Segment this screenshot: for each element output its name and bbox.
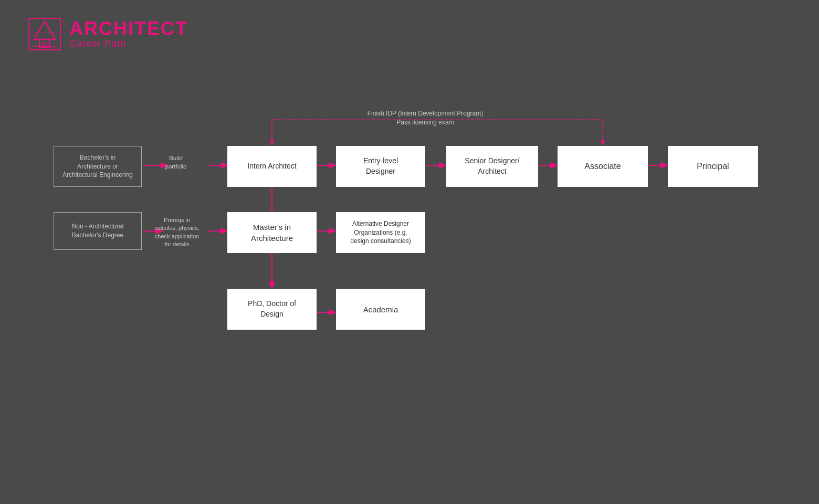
header-text: ARCHITECT Career Path — [69, 19, 188, 49]
svg-rect-0 — [29, 18, 60, 50]
logo-icon — [26, 16, 63, 52]
svg-marker-1 — [34, 21, 55, 39]
academia-box: Academia — [336, 289, 425, 330]
diagram-svg — [21, 84, 798, 472]
masters-box: Master's inArchitecture — [227, 212, 317, 253]
alt-designer-box: Alternative DesignerOrganizations (e.g.d… — [336, 212, 425, 253]
idp-label: Finish IDP (Intern Development Program) … — [336, 109, 514, 127]
header-subtitle: Career Path — [69, 38, 188, 49]
svg-rect-3 — [43, 43, 47, 47]
non-arch-box: Non - ArchitecturalBachelor's Degree — [54, 212, 142, 250]
bachelor-box: Bachelor's inArchitecture orArchitectura… — [54, 146, 142, 187]
header: ARCHITECT Career Path — [26, 16, 188, 52]
intern-architect-box: Intern Architect — [227, 146, 317, 187]
entry-level-box: Entry-levelDesigner — [336, 146, 425, 187]
principal-box: Principal — [668, 146, 758, 187]
prereqs-label: Prereqs incalculus, physics,check applic… — [146, 216, 208, 249]
senior-designer-box: Senior Designer/Architect — [446, 146, 538, 187]
build-portfolio-label: Buildportfolio — [147, 154, 205, 171]
associate-box: Associate — [558, 146, 648, 187]
diagram: Bachelor's inArchitecture orArchitectura… — [21, 84, 798, 472]
header-title: ARCHITECT — [69, 19, 188, 38]
phd-box: PhD, Doctor ofDesign — [227, 289, 317, 330]
